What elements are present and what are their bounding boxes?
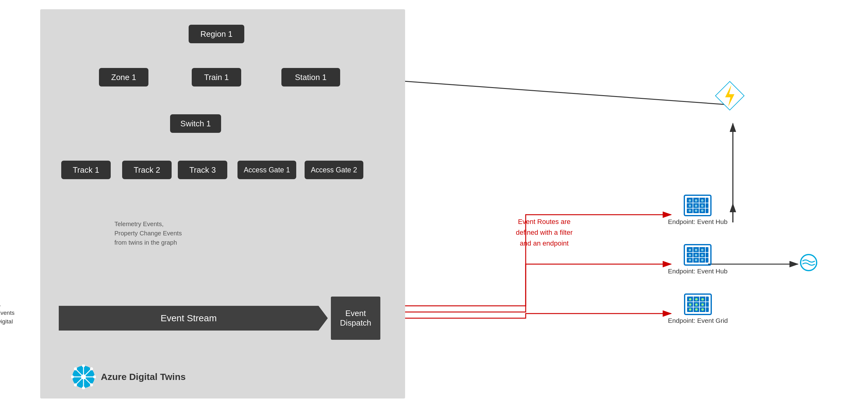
- telemetry-label: Telemetry Events, Property Change Events…: [115, 219, 182, 247]
- svg-line-20: [349, 77, 733, 105]
- diagram-container: Region 1 Zone 1 Train 1 Station 1 Switch…: [40, 9, 405, 399]
- svg-point-68: [701, 249, 704, 251]
- svg-point-50: [689, 199, 691, 202]
- node-station1: Station 1: [281, 68, 340, 87]
- svg-point-88: [701, 303, 704, 306]
- svg-point-51: [695, 199, 697, 202]
- svg-point-73: [695, 259, 697, 261]
- node-track2: Track 2: [122, 161, 172, 179]
- node-accessgate1: Access Gate 1: [238, 161, 296, 179]
- svg-point-87: [695, 303, 698, 306]
- svg-point-37: [90, 367, 93, 370]
- event-grid-topic-icon: [714, 80, 745, 111]
- svg-point-69: [689, 254, 691, 257]
- svg-point-72: [689, 259, 691, 261]
- adt-logo: [71, 365, 96, 389]
- svg-point-57: [695, 209, 697, 212]
- node-switch1: Switch 1: [170, 114, 221, 133]
- node-train1: Train 1: [192, 68, 241, 87]
- svg-point-91: [701, 308, 704, 311]
- svg-point-85: [701, 298, 704, 301]
- node-track1: Track 1: [61, 161, 111, 179]
- adt-area: Azure Digital Twins: [71, 368, 186, 386]
- svg-point-89: [689, 308, 691, 311]
- endpoint-label-3: Endpoint: Event Grid: [668, 317, 728, 325]
- svg-point-90: [695, 308, 698, 311]
- adt-label: Azure Digital Twins: [101, 372, 186, 382]
- svg-point-56: [689, 209, 691, 212]
- event-stream-bar: Event Stream: [59, 306, 318, 331]
- svg-point-71: [701, 254, 704, 257]
- lifecycle-label: Lifecycle Events, Model Change Events fr…: [0, 300, 34, 335]
- service-bus-icon: [798, 253, 819, 272]
- svg-point-54: [695, 205, 697, 207]
- endpoint-event-hub-2: Endpoint: Event Hub: [668, 244, 727, 275]
- svg-point-38: [74, 383, 77, 386]
- svg-point-83: [689, 298, 691, 301]
- endpoint-label-2: Endpoint: Event Hub: [668, 268, 727, 275]
- endpoint-label-1: Endpoint: Event Hub: [668, 218, 727, 226]
- svg-point-36: [74, 367, 77, 370]
- svg-point-39: [90, 383, 93, 386]
- event-dispatch: Event Dispatch: [331, 297, 380, 340]
- svg-point-74: [701, 259, 704, 261]
- node-zone1: Zone 1: [99, 68, 148, 87]
- svg-point-66: [689, 249, 691, 251]
- svg-point-67: [695, 249, 697, 251]
- svg-point-75: [801, 254, 817, 271]
- endpoint-event-hub-1: Endpoint: Event Hub: [668, 195, 727, 226]
- svg-point-53: [689, 205, 691, 207]
- node-accessgate2: Access Gate 2: [305, 161, 363, 179]
- node-track3: Track 3: [178, 161, 227, 179]
- svg-point-55: [701, 205, 704, 207]
- endpoint-event-grid: Endpoint: Event Grid: [668, 294, 728, 325]
- svg-point-84: [695, 298, 698, 301]
- node-region1: Region 1: [189, 25, 244, 43]
- svg-point-86: [689, 303, 691, 306]
- svg-point-70: [695, 254, 697, 257]
- svg-point-52: [701, 199, 704, 202]
- event-routes-label: Event Routes are defined with a filter a…: [501, 216, 588, 249]
- svg-point-58: [701, 209, 704, 212]
